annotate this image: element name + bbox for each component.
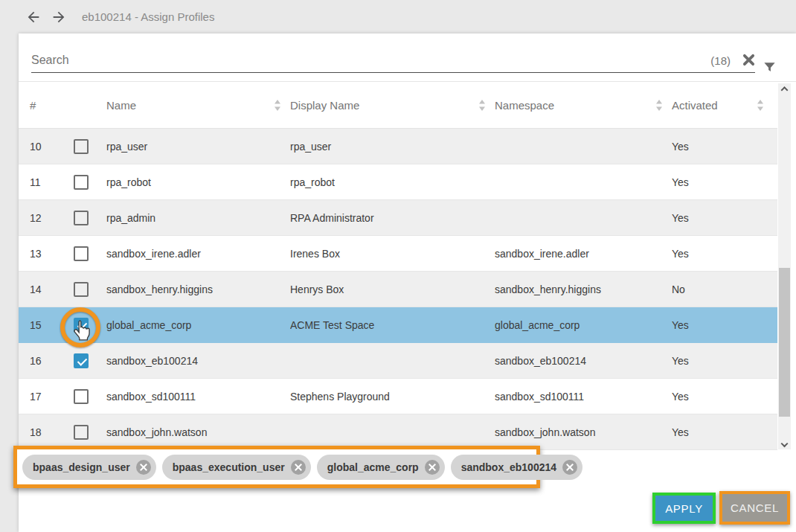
clear-search-icon[interactable]: [742, 54, 755, 66]
profile-chip: bpaas_design_user: [22, 455, 156, 480]
chip-label: global_acme_corp: [327, 461, 419, 473]
column-label: Activated: [672, 99, 718, 112]
profile-display-name: Stephens Playground: [290, 391, 495, 403]
chip-remove-icon[interactable]: [562, 460, 577, 475]
row-checkbox[interactable]: [74, 353, 89, 368]
hand-cursor-icon: [71, 319, 92, 346]
scrollbar-thumb[interactable]: [779, 268, 790, 417]
profile-namespace: sandbox_irene.adler: [495, 248, 672, 260]
profile-activated: Yes: [672, 248, 773, 260]
chevron-down-icon: [781, 440, 789, 447]
profile-display-name: ACME Test Space: [290, 319, 495, 331]
chip-label: bpaas_design_user: [33, 461, 130, 473]
column-label: Namespace: [495, 99, 554, 112]
apply-annotation-border: APPLY: [652, 493, 716, 524]
table-body: 10 rpa_user rpa_user Yes 11 rpa_robot rp…: [19, 129, 777, 450]
column-header-name[interactable]: Name: [106, 99, 290, 112]
row-number: 12: [30, 212, 74, 224]
page-title: eb100214 - Assign Profiles: [82, 10, 214, 23]
profile-display-name: Irenes Box: [290, 248, 495, 260]
scroll-down-button[interactable]: [778, 435, 791, 448]
profile-chip: bpaas_execution_user: [162, 455, 311, 480]
profile-name: sandbox_john.watson: [106, 426, 290, 438]
profile-name: sandbox_eb100214: [106, 355, 290, 367]
search-row: (18): [19, 33, 796, 82]
chevron-up-icon: [781, 86, 789, 94]
profile-activated: Yes: [672, 391, 773, 403]
profile-display-name: rpa_robot: [290, 176, 495, 188]
back-arrow-icon[interactable]: [25, 8, 43, 26]
row-checkbox[interactable]: [74, 282, 89, 297]
profile-display-name: rpa_user: [290, 141, 495, 153]
row-checkbox[interactable]: [74, 389, 89, 404]
table-row[interactable]: 12 rpa_admin RPA Administrator Yes: [19, 200, 777, 236]
table-row[interactable]: 11 rpa_robot rpa_robot Yes: [19, 164, 777, 200]
table-row[interactable]: 14 sandbox_henry.higgins Henrys Box sand…: [19, 272, 777, 307]
profile-namespace: global_acme_corp: [495, 319, 672, 331]
scroll-up-button[interactable]: [778, 85, 791, 97]
column-label: Display Name: [290, 99, 359, 112]
profile-activated: Yes: [672, 426, 773, 438]
table-row[interactable]: 13 sandbox_irene.adler Irenes Box sandbo…: [19, 236, 777, 272]
profile-name: global_acme_corp: [106, 319, 290, 331]
row-number: 16: [30, 355, 74, 367]
sort-icon[interactable]: [478, 100, 486, 111]
table-row[interactable]: 16 sandbox_eb100214 sandbox_eb100214 Yes: [19, 343, 777, 379]
profile-name: rpa_robot: [106, 176, 290, 188]
profile-name: rpa_user: [106, 141, 290, 153]
row-checkbox[interactable]: [74, 425, 89, 440]
column-label: Name: [106, 99, 136, 112]
table-row[interactable]: 15 global_acme_corp ACME Test Space glob…: [19, 307, 777, 343]
profile-activated: Yes: [672, 212, 773, 224]
column-header-num: #: [30, 99, 74, 112]
search-input[interactable]: [31, 54, 710, 67]
chip-remove-icon[interactable]: [136, 460, 151, 475]
table-row[interactable]: 18 sandbox_john.watson sandbox_john.wats…: [19, 414, 777, 450]
sort-icon[interactable]: [655, 100, 663, 111]
column-header-display-name[interactable]: Display Name: [290, 99, 495, 112]
row-number: 14: [30, 283, 74, 295]
column-header-activated[interactable]: Activated: [672, 99, 773, 112]
profile-activated: No: [672, 283, 773, 295]
profiles-table: # Name Display Name Namespace: [19, 82, 777, 450]
row-number: 13: [30, 248, 74, 260]
cancel-button[interactable]: CANCEL: [722, 494, 787, 522]
profile-chip: global_acme_corp: [317, 455, 445, 480]
profile-name: sandbox_sd100111: [106, 391, 290, 403]
column-header-namespace[interactable]: Namespace: [495, 99, 672, 112]
profile-namespace: sandbox_sd100111: [495, 391, 672, 403]
table-row[interactable]: 17 sandbox_sd100111 Stephens Playground …: [19, 379, 777, 414]
profile-namespace: sandbox_john.watson: [495, 426, 672, 438]
window-header: eb100214 - Assign Profiles: [0, 0, 796, 33]
profile-name: rpa_admin: [106, 212, 290, 224]
row-number: 10: [30, 141, 74, 153]
sort-icon[interactable]: [757, 100, 764, 111]
row-checkbox[interactable]: [74, 246, 89, 261]
result-count: (18): [710, 54, 731, 67]
filter-icon[interactable]: [763, 60, 777, 74]
forward-arrow-icon[interactable]: [51, 8, 68, 26]
chip-label: sandbox_eb100214: [461, 461, 556, 473]
chip-remove-icon[interactable]: [425, 460, 440, 475]
selected-profiles-box: bpaas_design_user bpaas_execution_user g…: [13, 446, 540, 488]
profile-name: sandbox_irene.adler: [106, 248, 290, 260]
profile-activated: Yes: [672, 141, 773, 153]
profile-namespace: sandbox_henry.higgins: [495, 283, 672, 295]
table-row[interactable]: 10 rpa_user rpa_user Yes: [19, 129, 777, 164]
row-number: 17: [30, 391, 74, 403]
search-field: (18): [31, 33, 755, 73]
row-number: 18: [30, 426, 74, 438]
cancel-annotation-border: CANCEL: [719, 491, 790, 525]
profile-namespace: sandbox_eb100214: [495, 355, 672, 367]
row-checkbox[interactable]: [74, 139, 89, 154]
profile-display-name: RPA Administrator: [290, 212, 495, 224]
table-scrollbar[interactable]: [778, 83, 791, 449]
profile-activated: Yes: [672, 319, 773, 331]
apply-button[interactable]: APPLY: [655, 496, 713, 521]
chip-label: bpaas_execution_user: [173, 461, 285, 473]
row-checkbox[interactable]: [74, 175, 89, 190]
chip-remove-icon[interactable]: [291, 460, 306, 475]
sort-icon[interactable]: [274, 100, 281, 111]
row-number: 11: [30, 176, 74, 188]
row-checkbox[interactable]: [74, 211, 89, 225]
